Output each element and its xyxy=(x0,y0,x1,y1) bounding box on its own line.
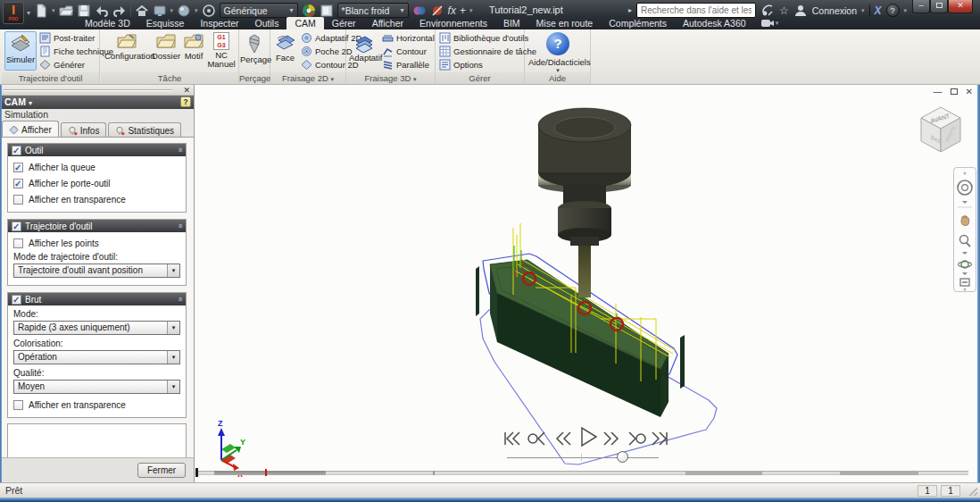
group-trajectoire-header[interactable]: ✓ Trajectoire d'outil » xyxy=(8,220,186,232)
sign-in-caret-icon[interactable]: ▾ xyxy=(861,7,865,14)
tab-inspecter[interactable]: Inspecter xyxy=(192,17,246,29)
steering-wheel-icon[interactable] xyxy=(958,180,972,195)
fermer-button[interactable]: Fermer xyxy=(137,463,186,478)
go-to-start-button[interactable] xyxy=(502,429,521,448)
panel-label-aide[interactable]: Aide xyxy=(525,72,590,84)
simulation-slider-handle[interactable] xyxy=(617,451,628,463)
panel-help-icon[interactable]: ? xyxy=(180,96,191,107)
tab-mise-en-route[interactable]: Mise en route xyxy=(528,17,602,29)
tab-afficher[interactable]: Afficher xyxy=(364,17,411,29)
exchange-apps-icon[interactable]: X xyxy=(875,4,882,17)
mode-trajectoire-dropdown[interactable]: Trajectoire d'outil avant position ▾ xyxy=(13,264,180,278)
application-menu-button[interactable]: I PRO xyxy=(3,2,24,24)
visual-style-icon[interactable] xyxy=(153,4,167,18)
previous-operation-button[interactable] xyxy=(527,429,546,448)
app-menu-caret-icon[interactable]: ▾ xyxy=(27,9,30,17)
panel-label-percage[interactable]: Perçage xyxy=(239,72,270,84)
tab-afficher[interactable]: Afficher xyxy=(2,121,59,138)
collapse-chevron-icon[interactable]: » xyxy=(175,297,184,301)
motif-button[interactable]: Motif xyxy=(181,32,206,61)
tab-statistiques[interactable]: Statistiques xyxy=(108,122,181,138)
minimize-button[interactable]: – xyxy=(912,0,930,13)
doc-restore-icon[interactable] xyxy=(951,88,958,95)
group-outil-header[interactable]: ✓ Outil » xyxy=(8,144,186,156)
collapse-chevron-icon[interactable]: » xyxy=(175,147,184,152)
tab-cam[interactable]: CAM xyxy=(287,17,323,29)
material-caret-icon[interactable]: ▾ xyxy=(195,7,198,14)
checkbox-row-queue[interactable]: ✓ Afficher la queue xyxy=(13,163,180,172)
panel-header[interactable]: CAM▾ ? xyxy=(0,96,194,109)
measure-icon[interactable] xyxy=(202,4,216,18)
tab-infos[interactable]: Infos xyxy=(61,122,107,138)
go-to-end-button[interactable] xyxy=(651,429,670,448)
orbit-caret-icon[interactable] xyxy=(962,272,968,275)
panel-label-tache[interactable]: Tâche xyxy=(101,72,238,84)
pan-hand-icon[interactable] xyxy=(961,215,969,226)
tool-spindle[interactable] xyxy=(538,108,631,297)
tab-environnements[interactable]: Environnements xyxy=(411,17,495,29)
afficher-porte-outil-checkbox[interactable]: ✓ xyxy=(13,179,23,188)
look-at-icon[interactable] xyxy=(960,279,969,286)
maximize-button[interactable] xyxy=(930,0,948,13)
checkbox-row-transparence[interactable]: ✓ Afficher en transparence xyxy=(13,195,180,205)
material-ball-icon[interactable] xyxy=(177,4,191,18)
visual-style-caret-icon[interactable]: ▾ xyxy=(170,7,174,14)
trajectoire-checkbox[interactable]: ✓ xyxy=(12,222,21,231)
help-search-input[interactable] xyxy=(636,3,756,18)
timeline-segment[interactable] xyxy=(214,471,326,475)
parameters-fx-icon[interactable]: fx xyxy=(448,5,456,16)
clear-appearance-icon[interactable] xyxy=(430,4,444,18)
next-operation-button[interactable] xyxy=(627,429,647,448)
gestionnaire-tache-button[interactable]: Gestionnaire de tâche xyxy=(439,45,536,58)
add-tool-icon[interactable]: + xyxy=(460,5,466,16)
aide-didacticiels-button[interactable]: ? Aide/Didacticiels ▾ xyxy=(528,31,587,74)
open-folder-icon[interactable] xyxy=(59,4,73,18)
checkbox-row-porte-outil[interactable]: ✓ Afficher le porte-outil xyxy=(13,179,180,188)
tab-esquisse[interactable]: Esquisse xyxy=(138,17,193,29)
user-icon[interactable] xyxy=(793,4,808,18)
color-wheel-icon[interactable] xyxy=(302,4,316,18)
collapse-chevron-icon[interactable]: » xyxy=(175,223,184,228)
adaptatif-button[interactable]: Adaptatif xyxy=(348,31,380,71)
tab-autodesk-a360[interactable]: Autodesk A360 xyxy=(675,17,754,29)
timeline-segment[interactable] xyxy=(840,471,918,475)
step-forward-button[interactable] xyxy=(602,429,622,448)
brut-transparence-checkbox[interactable]: ✓ xyxy=(13,400,23,410)
doc-close-icon[interactable]: ✕ xyxy=(966,87,973,96)
options-button[interactable]: Options xyxy=(439,58,536,71)
colorisation-dropdown[interactable]: Opération ▾ xyxy=(13,350,180,364)
tab-bim[interactable]: BIM xyxy=(495,17,528,29)
panel-close-icon[interactable]: ✕ xyxy=(183,85,190,96)
timeline-current-position[interactable] xyxy=(265,469,267,476)
model-viewport[interactable]: Z Y X — ✕ AVANT BAS DROITE xyxy=(195,85,980,482)
checkbox-row-brut-transparence[interactable]: ✓ Afficher en transparence xyxy=(13,400,180,410)
timeline-segment[interactable] xyxy=(685,471,762,475)
tab-outils[interactable]: Outils xyxy=(247,17,287,29)
doc-minimize-icon[interactable]: — xyxy=(934,87,943,96)
view-cube[interactable]: AVANT BAS DROITE xyxy=(914,99,968,158)
panel-label-gerer[interactable]: Gérer xyxy=(436,72,524,84)
resize-grip[interactable] xyxy=(968,487,977,496)
panel-menu-caret-icon[interactable]: ▾ xyxy=(29,99,32,107)
appearance-swatch-icon[interactable] xyxy=(320,4,334,18)
afficher-transparence-checkbox[interactable]: ✓ xyxy=(13,195,23,205)
contour-3d-button[interactable]: Contour xyxy=(382,45,435,58)
close-button[interactable]: ✕ xyxy=(948,0,973,13)
favorites-star-icon[interactable]: ☆ xyxy=(779,5,789,16)
bibliotheque-outils-button[interactable]: Bibliothèque d'outils xyxy=(439,31,536,45)
tab-gerer[interactable]: Gérer xyxy=(324,17,364,29)
afficher-points-checkbox[interactable]: ✓ xyxy=(13,238,23,248)
tab-complements[interactable]: Compléments xyxy=(601,17,675,29)
afficher-queue-checkbox[interactable]: ✓ xyxy=(13,163,23,172)
wheel-caret-icon[interactable] xyxy=(962,201,968,204)
dossier-button[interactable]: Dossier xyxy=(151,32,181,61)
save-icon[interactable] xyxy=(77,4,91,18)
nc-manuel-button[interactable]: G1 G3 NC Manuel xyxy=(204,32,238,69)
navigation-bar[interactable] xyxy=(953,167,976,292)
new-file-icon[interactable] xyxy=(34,4,48,18)
panel-title-strip[interactable]: ✕ xyxy=(0,85,194,96)
communication-center-icon[interactable] xyxy=(760,4,775,18)
orbit-icon[interactable] xyxy=(959,261,972,268)
qat-customize-caret-icon[interactable]: ▾ xyxy=(469,7,473,14)
simulation-slider-track[interactable] xyxy=(507,457,659,458)
